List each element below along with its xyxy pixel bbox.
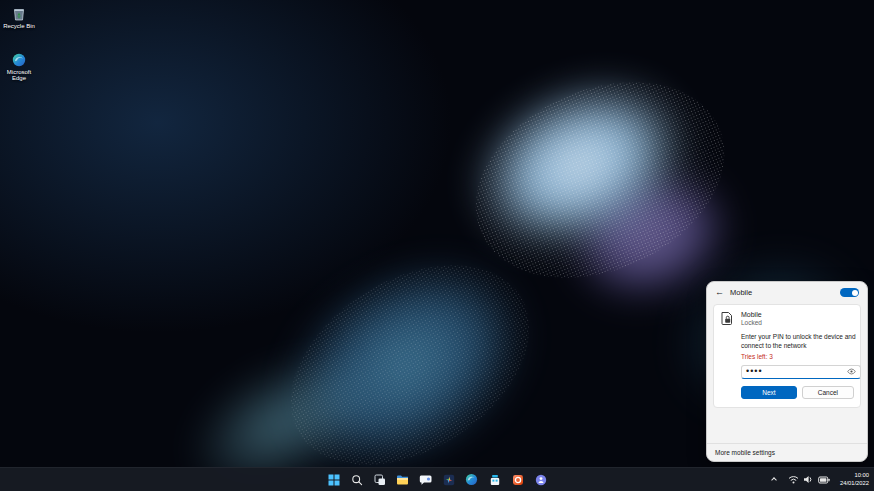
flyout-header: ← Mobile [707,282,867,303]
taskbar: 10:00 24/01/2022 [0,467,874,491]
reveal-password-icon[interactable] [847,368,856,375]
more-mobile-settings-link[interactable]: More mobile settings [707,443,867,461]
search-icon [351,474,363,486]
store-icon [489,474,501,486]
tray-time: 10:00 [840,472,869,480]
desktop-icon-label: Microsoft Edge [0,69,38,81]
battery-icon [818,476,830,484]
start-button[interactable] [325,471,342,488]
next-button[interactable]: Next [741,386,797,399]
tray-status-icons[interactable] [788,475,830,484]
photos-icon [443,474,455,486]
recycle-bin-icon [12,6,27,21]
network-icon [788,475,799,484]
edge-icon [12,52,27,67]
system-tray: 10:00 24/01/2022 [770,468,869,491]
store-button[interactable] [486,471,503,488]
chevron-up-icon[interactable] [771,477,777,483]
cancel-button[interactable]: Cancel [802,386,854,399]
chat-icon [419,474,432,486]
office-button[interactable] [509,471,526,488]
desktop-icon-recycle-bin[interactable]: Recycle Bin [0,6,38,29]
button-row: Next Cancel [741,386,854,399]
toggle-knob [852,290,858,296]
sim-lock-icon [720,311,734,327]
device-name: Mobile [741,311,762,318]
file-explorer-button[interactable] [394,471,411,488]
mobile-network-flyout: ← Mobile Mobile Locked Enter your PIN [706,281,868,462]
file-explorer-icon [396,474,409,486]
task-view-icon [374,474,386,486]
mobile-toggle[interactable] [840,288,859,297]
search-button[interactable] [348,471,365,488]
pin-input[interactable]: •••• [741,365,861,379]
teams-button[interactable] [532,471,549,488]
office-icon [512,474,524,486]
task-view-button[interactable] [371,471,388,488]
volume-icon [803,475,814,484]
device-text: Mobile Locked [741,311,762,326]
edge-button[interactable] [463,471,480,488]
chat-button[interactable] [417,471,434,488]
start-icon [328,474,340,486]
device-status: Locked [741,319,762,326]
tries-left-text: Tries left: 3 [741,353,854,360]
photos-button[interactable] [440,471,457,488]
teams-icon [535,474,547,486]
taskbar-center-icons [325,468,549,491]
mobile-card: Mobile Locked Enter your PIN to unlock t… [713,304,861,408]
back-button[interactable]: ← [715,288,724,297]
device-row: Mobile Locked [720,311,854,327]
desktop-icon-microsoft-edge[interactable]: Microsoft Edge [0,52,38,81]
pin-instruction: Enter your PIN to unlock the device and … [741,333,863,351]
desktop-icon-label: Recycle Bin [3,23,35,29]
taskbar-clock[interactable]: 10:00 24/01/2022 [836,472,869,488]
screen: Recycle Bin Microsoft Edge ← Mobile [0,0,874,491]
flyout-title: Mobile [730,288,752,297]
tray-date: 24/01/2022 [840,480,869,488]
edge-icon [465,473,478,486]
pin-masked-value: •••• [746,367,763,376]
